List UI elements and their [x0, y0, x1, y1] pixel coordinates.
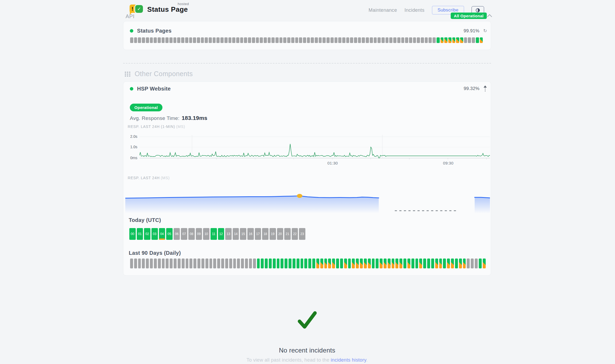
uptime-bar-muted/no-data[interactable]: [224, 37, 228, 43]
uptime-bar-muted/no-data[interactable]: [256, 37, 259, 43]
uptime-bar-muted/no-data[interactable]: [249, 259, 252, 268]
uptime-bar-muted/no-data[interactable]: [283, 37, 286, 43]
data-point-marker[interactable]: [297, 194, 302, 198]
uptime-bar-muted/no-data[interactable]: [334, 37, 338, 43]
uptime-bar-muted/no-data[interactable]: [138, 259, 141, 268]
uptime-bar-degraded[interactable]: [388, 259, 391, 268]
hour-cell-13[interactable]: 13: [225, 228, 232, 240]
uptime-bar-muted/no-data[interactable]: [245, 259, 248, 268]
uptime-bar-operational[interactable]: [476, 37, 479, 43]
uptime-bar-muted/no-data[interactable]: [252, 37, 255, 43]
uptime-bar-degraded[interactable]: [316, 259, 319, 268]
uptime-bar-muted/no-data[interactable]: [162, 259, 165, 268]
uptime-bar-muted/no-data[interactable]: [401, 37, 404, 43]
hour-cell-01[interactable]: 01: [137, 228, 143, 240]
uptime-bar-degraded[interactable]: [380, 259, 383, 268]
uptime-bar-muted/no-data[interactable]: [186, 259, 189, 268]
uptime-bar-operational[interactable]: [257, 259, 260, 268]
uptime-bar-muted/no-data[interactable]: [326, 37, 330, 43]
uptime-bar-degraded[interactable]: [392, 259, 395, 268]
uptime-bar-muted/no-data[interactable]: [169, 37, 173, 43]
uptime-bar-muted/no-data[interactable]: [433, 37, 436, 43]
uptime-bar-muted/no-data[interactable]: [201, 259, 204, 268]
uptime-bar-muted/no-data[interactable]: [130, 259, 133, 268]
uptime-bar-muted/no-data[interactable]: [425, 37, 428, 43]
uptime-bar-muted/no-data[interactable]: [146, 259, 149, 268]
hour-cell-23[interactable]: 23: [299, 228, 305, 240]
uptime-bar-muted/no-data[interactable]: [142, 259, 145, 268]
uptime-bar-muted/no-data[interactable]: [248, 37, 251, 43]
uptime-bar-muted/no-data[interactable]: [342, 37, 345, 43]
uptime-bar-muted/no-data[interactable]: [279, 37, 283, 43]
uptime-bar-muted/no-data[interactable]: [150, 37, 153, 43]
uptime-bar-muted/no-data[interactable]: [217, 259, 220, 268]
uptime-bar-muted/no-data[interactable]: [134, 37, 137, 43]
uptime-bar-muted/no-data[interactable]: [319, 37, 322, 43]
uptime-bar-muted/no-data[interactable]: [193, 37, 196, 43]
uptime-bar-muted/no-data[interactable]: [142, 37, 145, 43]
uptime-bar-operational[interactable]: [376, 259, 379, 268]
uptime-bar-operational[interactable]: [455, 259, 458, 268]
uptime-bar-muted/no-data[interactable]: [374, 37, 377, 43]
uptime-bar-muted/no-data[interactable]: [233, 259, 236, 268]
uptime-bar-muted/no-data[interactable]: [291, 37, 294, 43]
uptime-bar-muted/no-data[interactable]: [429, 37, 432, 43]
uptime-bar-muted/no-data[interactable]: [350, 37, 353, 43]
hour-cell-19[interactable]: 19: [270, 228, 276, 240]
uptime-bar-muted/no-data[interactable]: [417, 37, 420, 43]
uptime-bar-muted/no-data[interactable]: [377, 37, 381, 43]
uptime-bar-degraded[interactable]: [435, 259, 438, 268]
brand-logo[interactable]: ! ✓ hosted Status Page: [130, 4, 188, 15]
hour-cell-09[interactable]: 09: [196, 228, 202, 240]
uptime-bar-muted/no-data[interactable]: [475, 259, 478, 268]
uptime-bar-muted/no-data[interactable]: [201, 37, 204, 43]
uptime-bar-operational[interactable]: [415, 259, 418, 268]
uptime-bar-muted/no-data[interactable]: [229, 259, 232, 268]
uptime-bar-muted/no-data[interactable]: [220, 37, 224, 43]
uptime-bar-muted/no-data[interactable]: [295, 37, 298, 43]
uptime-bar-muted/no-data[interactable]: [405, 37, 408, 43]
uptime-bar-muted/no-data[interactable]: [315, 37, 318, 43]
uptime-bar-muted/no-data[interactable]: [464, 37, 467, 43]
uptime-bar-operational[interactable]: [301, 259, 303, 268]
uptime-bar-muted/no-data[interactable]: [260, 37, 263, 43]
refresh-icon[interactable]: ↻: [483, 29, 487, 33]
uptime-bar-operational[interactable]: [285, 259, 287, 268]
hour-cell-14[interactable]: 14: [233, 228, 239, 240]
uptime-bar-muted/no-data[interactable]: [409, 37, 412, 43]
uptime-bar-muted/no-data[interactable]: [209, 37, 212, 43]
uptime-bar-muted/no-data[interactable]: [236, 37, 239, 43]
uptime-bar-muted/no-data[interactable]: [197, 37, 200, 43]
uptime-bar-operational[interactable]: [437, 37, 440, 43]
hour-cell-04[interactable]: 04: [159, 228, 165, 240]
uptime-bar-muted/no-data[interactable]: [330, 37, 334, 43]
uptime-bar-muted/no-data[interactable]: [370, 37, 373, 43]
uptime-bar-muted/no-data[interactable]: [154, 37, 157, 43]
uptime-bar-muted/no-data[interactable]: [413, 37, 416, 43]
uptime-bar-muted/no-data[interactable]: [382, 37, 385, 43]
uptime-bar-degraded[interactable]: [451, 259, 454, 268]
nav-maintenance[interactable]: Maintenance: [369, 7, 397, 13]
hour-cell-07[interactable]: 07: [181, 228, 187, 240]
uptime-bar-muted/no-data[interactable]: [225, 259, 228, 268]
uptime-bar-operational[interactable]: [308, 259, 311, 268]
uptime-bar-degraded[interactable]: [441, 37, 444, 43]
uptime-bar-muted/no-data[interactable]: [472, 37, 475, 43]
uptime-bar-operational[interactable]: [273, 259, 276, 268]
uptime-bar-degraded[interactable]: [352, 259, 355, 268]
uptime-bar-muted/no-data[interactable]: [397, 37, 400, 43]
uptime-bar-muted/no-data[interactable]: [389, 37, 392, 43]
uptime-bar-muted/no-data[interactable]: [232, 37, 235, 43]
uptime-bar-muted/no-data[interactable]: [322, 37, 326, 43]
hour-cell-15[interactable]: 15: [240, 228, 246, 240]
uptime-bar-muted/no-data[interactable]: [354, 37, 357, 43]
uptime-bar-degraded[interactable]: [384, 259, 387, 268]
uptime-bar-degraded[interactable]: [324, 259, 327, 268]
uptime-bar-muted/no-data[interactable]: [358, 37, 361, 43]
uptime-bar-muted/no-data[interactable]: [268, 37, 271, 43]
uptime-bar-operational[interactable]: [281, 259, 283, 268]
uptime-bar-degraded[interactable]: [332, 259, 335, 268]
uptime-bar-degraded[interactable]: [459, 259, 462, 268]
uptime-bar-muted/no-data[interactable]: [134, 259, 137, 268]
uptime-bar-degraded[interactable]: [452, 37, 456, 43]
